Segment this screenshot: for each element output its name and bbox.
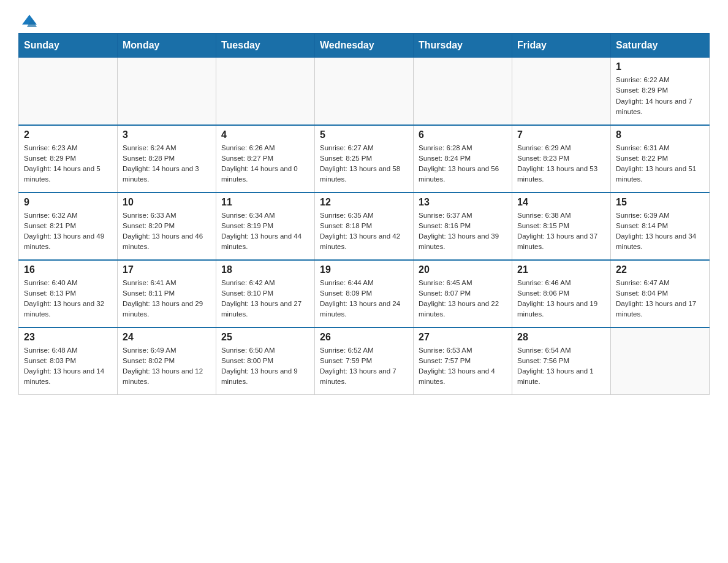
calendar-cell: 3Sunrise: 6:24 AM Sunset: 8:28 PM Daylig… [118,125,216,193]
calendar-cell [19,58,118,125]
day-info: Sunrise: 6:48 AM Sunset: 8:03 PM Dayligh… [24,345,112,388]
calendar-cell [611,327,710,395]
calendar-cell: 20Sunrise: 6:45 AM Sunset: 8:07 PM Dayli… [414,260,512,327]
day-info: Sunrise: 6:32 AM Sunset: 8:21 PM Dayligh… [24,210,112,253]
column-header-saturday: Saturday [611,34,710,58]
day-info: Sunrise: 6:23 AM Sunset: 8:29 PM Dayligh… [24,143,112,185]
calendar-cell: 5Sunrise: 6:27 AM Sunset: 8:25 PM Daylig… [315,125,414,193]
calendar-cell: 25Sunrise: 6:50 AM Sunset: 8:00 PM Dayli… [216,327,315,395]
calendar-cell: 16Sunrise: 6:40 AM Sunset: 8:13 PM Dayli… [19,260,118,327]
calendar-cell: 21Sunrise: 6:46 AM Sunset: 8:06 PM Dayli… [512,260,611,327]
logo-icon [21,12,38,29]
calendar-cell [414,58,512,125]
calendar-week-row: 2Sunrise: 6:23 AM Sunset: 8:29 PM Daylig… [19,125,710,193]
day-info: Sunrise: 6:40 AM Sunset: 8:13 PM Dayligh… [24,278,112,320]
day-info: Sunrise: 6:52 AM Sunset: 7:59 PM Dayligh… [320,345,408,388]
day-number: 11 [221,197,309,208]
day-info: Sunrise: 6:54 AM Sunset: 7:56 PM Dayligh… [517,345,605,388]
day-info: Sunrise: 6:38 AM Sunset: 8:15 PM Dayligh… [517,210,605,253]
day-info: Sunrise: 6:47 AM Sunset: 8:04 PM Dayligh… [616,278,704,320]
day-info: Sunrise: 6:26 AM Sunset: 8:27 PM Dayligh… [221,143,309,185]
day-number: 2 [24,129,112,140]
day-number: 3 [123,129,211,140]
day-number: 28 [517,332,605,343]
calendar-cell: 24Sunrise: 6:49 AM Sunset: 8:02 PM Dayli… [118,327,216,395]
day-number: 18 [221,264,309,275]
day-number: 14 [517,197,605,208]
column-header-wednesday: Wednesday [315,34,414,58]
day-number: 12 [320,197,408,208]
day-number: 4 [221,129,309,140]
calendar-cell: 26Sunrise: 6:52 AM Sunset: 7:59 PM Dayli… [315,327,414,395]
column-header-tuesday: Tuesday [216,34,315,58]
day-number: 5 [320,129,408,140]
day-number: 27 [419,332,507,343]
calendar-cell [315,58,414,125]
day-number: 21 [517,264,605,275]
day-info: Sunrise: 6:34 AM Sunset: 8:19 PM Dayligh… [221,210,309,253]
day-info: Sunrise: 6:49 AM Sunset: 8:02 PM Dayligh… [123,345,211,388]
day-info: Sunrise: 6:29 AM Sunset: 8:23 PM Dayligh… [517,143,605,185]
calendar-week-row: 9Sunrise: 6:32 AM Sunset: 8:21 PM Daylig… [19,193,710,260]
day-number: 23 [24,332,112,343]
calendar-cell [216,58,315,125]
column-header-sunday: Sunday [19,34,118,58]
day-info: Sunrise: 6:42 AM Sunset: 8:10 PM Dayligh… [221,278,309,320]
day-info: Sunrise: 6:27 AM Sunset: 8:25 PM Dayligh… [320,143,408,185]
calendar-cell: 2Sunrise: 6:23 AM Sunset: 8:29 PM Daylig… [19,125,118,193]
day-info: Sunrise: 6:37 AM Sunset: 8:16 PM Dayligh… [419,210,507,253]
calendar-week-row: 1Sunrise: 6:22 AM Sunset: 8:29 PM Daylig… [19,58,710,125]
day-number: 15 [616,197,704,208]
page-header [18,12,710,27]
calendar-cell [512,58,611,125]
day-info: Sunrise: 6:35 AM Sunset: 8:18 PM Dayligh… [320,210,408,253]
calendar-week-row: 23Sunrise: 6:48 AM Sunset: 8:03 PM Dayli… [19,327,710,395]
calendar-cell: 22Sunrise: 6:47 AM Sunset: 8:04 PM Dayli… [611,260,710,327]
day-number: 7 [517,129,605,140]
calendar-cell: 15Sunrise: 6:39 AM Sunset: 8:14 PM Dayli… [611,193,710,260]
day-info: Sunrise: 6:24 AM Sunset: 8:28 PM Dayligh… [123,143,211,185]
calendar-cell: 7Sunrise: 6:29 AM Sunset: 8:23 PM Daylig… [512,125,611,193]
day-info: Sunrise: 6:44 AM Sunset: 8:09 PM Dayligh… [320,278,408,320]
calendar-cell: 8Sunrise: 6:31 AM Sunset: 8:22 PM Daylig… [611,125,710,193]
day-number: 19 [320,264,408,275]
column-header-monday: Monday [118,34,216,58]
day-info: Sunrise: 6:46 AM Sunset: 8:06 PM Dayligh… [517,278,605,320]
day-info: Sunrise: 6:31 AM Sunset: 8:22 PM Dayligh… [616,143,704,185]
column-header-thursday: Thursday [414,34,512,58]
day-info: Sunrise: 6:22 AM Sunset: 8:29 PM Dayligh… [616,75,704,117]
day-number: 17 [123,264,211,275]
calendar-cell: 14Sunrise: 6:38 AM Sunset: 8:15 PM Dayli… [512,193,611,260]
day-info: Sunrise: 6:33 AM Sunset: 8:20 PM Dayligh… [123,210,211,253]
day-number: 20 [419,264,507,275]
day-number: 1 [616,61,704,72]
logo [18,12,40,27]
column-header-friday: Friday [512,34,611,58]
calendar-cell: 17Sunrise: 6:41 AM Sunset: 8:11 PM Dayli… [118,260,216,327]
day-info: Sunrise: 6:28 AM Sunset: 8:24 PM Dayligh… [419,143,507,185]
day-info: Sunrise: 6:53 AM Sunset: 7:57 PM Dayligh… [419,345,507,388]
calendar-cell: 28Sunrise: 6:54 AM Sunset: 7:56 PM Dayli… [512,327,611,395]
calendar-cell: 11Sunrise: 6:34 AM Sunset: 8:19 PM Dayli… [216,193,315,260]
calendar-cell: 6Sunrise: 6:28 AM Sunset: 8:24 PM Daylig… [414,125,512,193]
calendar-cell: 1Sunrise: 6:22 AM Sunset: 8:29 PM Daylig… [611,58,710,125]
day-number: 6 [419,129,507,140]
day-number: 16 [24,264,112,275]
calendar-cell: 18Sunrise: 6:42 AM Sunset: 8:10 PM Dayli… [216,260,315,327]
day-number: 24 [123,332,211,343]
calendar-cell: 10Sunrise: 6:33 AM Sunset: 8:20 PM Dayli… [118,193,216,260]
calendar-cell: 27Sunrise: 6:53 AM Sunset: 7:57 PM Dayli… [414,327,512,395]
day-number: 25 [221,332,309,343]
day-number: 10 [123,197,211,208]
day-number: 26 [320,332,408,343]
day-info: Sunrise: 6:50 AM Sunset: 8:00 PM Dayligh… [221,345,309,388]
calendar-cell: 12Sunrise: 6:35 AM Sunset: 8:18 PM Dayli… [315,193,414,260]
day-info: Sunrise: 6:41 AM Sunset: 8:11 PM Dayligh… [123,278,211,320]
calendar-cell: 4Sunrise: 6:26 AM Sunset: 8:27 PM Daylig… [216,125,315,193]
day-info: Sunrise: 6:39 AM Sunset: 8:14 PM Dayligh… [616,210,704,253]
calendar-cell: 23Sunrise: 6:48 AM Sunset: 8:03 PM Dayli… [19,327,118,395]
day-number: 8 [616,129,704,140]
day-number: 9 [24,197,112,208]
calendar-cell: 9Sunrise: 6:32 AM Sunset: 8:21 PM Daylig… [19,193,118,260]
calendar-header-row: SundayMondayTuesdayWednesdayThursdayFrid… [19,34,710,58]
